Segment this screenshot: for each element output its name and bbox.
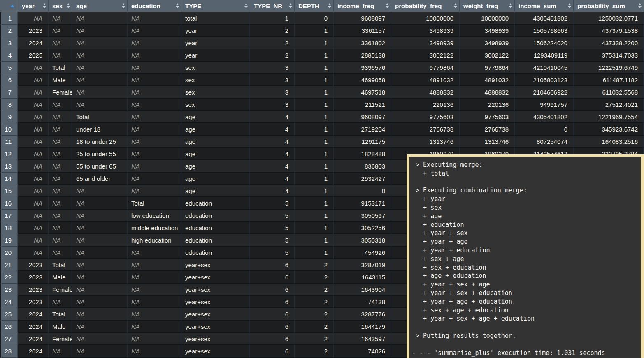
cell-year: NA: [18, 222, 49, 234]
row-number: 10: [0, 123, 18, 136]
cell-income_freq: 836803: [334, 160, 391, 173]
sort-toggle-icon[interactable]: [43, 3, 46, 8]
cell-DEPTH: 1: [295, 234, 334, 247]
column-header-TYPE_NR[interactable]: TYPE_NR: [250, 0, 295, 12]
cell-DEPTH: 1: [295, 148, 334, 160]
cell-age: NA: [72, 271, 128, 284]
cell-income_sum: 4305401802: [515, 12, 574, 25]
cell-education: NA: [128, 74, 181, 86]
cell-TYPE_NR: 4: [250, 173, 295, 185]
cell-education: NA: [128, 308, 181, 321]
column-header-income_sum[interactable]: income_sum: [515, 0, 574, 12]
cell-sex: Total: [49, 62, 72, 74]
row-number: 23: [0, 284, 18, 296]
sort-toggle-icon[interactable]: [568, 3, 571, 8]
sort-toggle-icon[interactable]: [176, 3, 179, 8]
cell-income_freq: 2719204: [334, 123, 391, 136]
sort-up-icon: [176, 3, 179, 5]
sort-toggle-icon[interactable]: [289, 3, 292, 8]
column-header-DEPTH[interactable]: DEPTH: [295, 0, 334, 12]
row-number: 8: [0, 99, 18, 111]
cell-weight_freq: 2766738: [460, 123, 515, 136]
cell-income_freq: 3287019: [334, 259, 391, 271]
sort-up-icon: [122, 3, 125, 5]
cell-age: NA: [72, 308, 128, 321]
sort-up-icon: [386, 3, 389, 5]
cell-year: 2024: [18, 308, 49, 321]
cell-TYPE_NR: 2: [250, 25, 295, 37]
sort-down-icon: [386, 6, 389, 8]
table-row: 42025NANANAyear2128851383002122300212212…: [0, 49, 644, 62]
cell-sex: Female: [49, 284, 72, 296]
sort-toggle-icon[interactable]: [454, 3, 457, 8]
sort-toggle-icon[interactable]: [67, 3, 70, 8]
cell-TYPE: education: [181, 222, 250, 234]
column-header-sex[interactable]: sex: [49, 0, 72, 12]
row-number-sort-header[interactable]: [0, 0, 18, 12]
sort-toggle-icon[interactable]: [386, 3, 389, 8]
cell-TYPE_NR: 5: [250, 247, 295, 259]
cell-education: low education: [128, 210, 181, 222]
cell-age: NA: [72, 12, 128, 25]
cell-year: 2023: [18, 271, 49, 284]
sort-toggle-icon[interactable]: [638, 3, 642, 8]
column-header-TYPE[interactable]: TYPE: [181, 0, 250, 12]
cell-sex: Total: [49, 259, 72, 271]
column-header-age[interactable]: age: [72, 0, 128, 12]
cell-TYPE: education: [181, 247, 250, 259]
cell-DEPTH: 1: [295, 49, 334, 62]
sort-toggle-icon[interactable]: [244, 3, 248, 8]
cell-TYPE_NR: 6: [250, 271, 295, 284]
cell-weight_freq: 3498939: [460, 25, 515, 37]
cell-income_freq: 9608097: [334, 111, 391, 123]
sort-ascending-icon: [10, 5, 14, 7]
cell-age: NA: [72, 86, 128, 99]
cell-year: 2024: [18, 37, 49, 49]
cell-weight_freq: 1313746: [460, 136, 515, 148]
column-header-probability_freq[interactable]: probability_freq: [391, 0, 460, 12]
column-header-probability_sum[interactable]: probability_sum: [574, 0, 644, 12]
cell-TYPE_NR: 6: [250, 259, 295, 271]
row-number: 20: [0, 247, 18, 259]
cell-year: NA: [18, 86, 49, 99]
sort-down-icon: [176, 6, 179, 8]
cell-TYPE_NR: 6: [250, 321, 295, 333]
row-number: 4: [0, 49, 18, 62]
cell-TYPE_NR: 2: [250, 37, 295, 49]
cell-TYPE: age: [181, 173, 250, 185]
cell-income_freq: 0: [334, 185, 391, 197]
sort-toggle-icon[interactable]: [328, 3, 331, 8]
column-header-year[interactable]: year: [18, 0, 49, 12]
sort-toggle-icon[interactable]: [122, 3, 125, 8]
cell-age: NA: [72, 37, 128, 49]
cell-DEPTH: 1: [295, 210, 334, 222]
cell-income_freq: 3287776: [334, 308, 391, 321]
table-row: 10NANAunder 18NAage412719204276673827667…: [0, 123, 644, 136]
cell-income_freq: 211521: [334, 99, 391, 111]
cell-probability_sum: 1222519.6749: [574, 62, 644, 74]
row-number: 28: [0, 345, 18, 358]
cell-TYPE: age: [181, 148, 250, 160]
sort-up-icon: [67, 3, 70, 5]
row-number: 24: [0, 296, 18, 308]
cell-income_freq: 3052256: [334, 222, 391, 234]
column-header-education[interactable]: education: [128, 0, 181, 12]
cell-sex: Male: [49, 321, 72, 333]
cell-probability_freq: 3002122: [391, 49, 460, 62]
cell-DEPTH: 1: [295, 86, 334, 99]
cell-TYPE: education: [181, 197, 250, 210]
sort-down-icon: [454, 6, 457, 8]
column-header-weight_freq[interactable]: weight_freq: [460, 0, 515, 12]
table-row: 1NANANANAtotal10960809710000000100000004…: [0, 12, 644, 25]
cell-probability_freq: 4888832: [391, 86, 460, 99]
cell-income_freq: 1643597: [334, 333, 391, 345]
cell-income_freq: 9608097: [334, 12, 391, 25]
row-number: 22: [0, 271, 18, 284]
column-header-income_freq[interactable]: income_freq: [334, 0, 391, 12]
cell-age: 25 to under 55: [72, 148, 128, 160]
cell-year: NA: [18, 111, 49, 123]
cell-year: 2025: [18, 49, 49, 62]
cell-TYPE_NR: 5: [250, 234, 295, 247]
sort-toggle-icon[interactable]: [509, 3, 512, 8]
cell-income_sum: 4305401802: [515, 111, 574, 123]
